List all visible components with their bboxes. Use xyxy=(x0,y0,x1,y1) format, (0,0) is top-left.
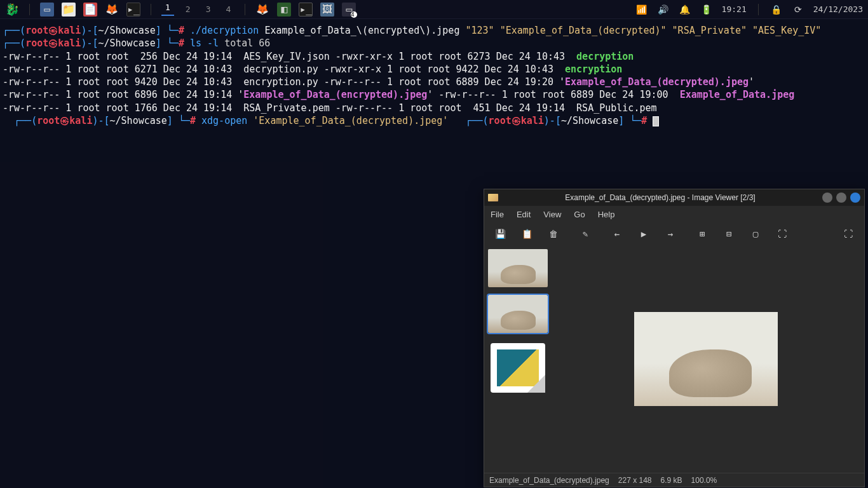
cmd-decryption: └─# ./decryption Example_of_Data_\(encry… xyxy=(167,25,822,36)
blank-line xyxy=(454,115,459,126)
statusbar: Example_of_Data_(decrypted).jpeg 227 x 1… xyxy=(484,473,864,487)
blank-line xyxy=(827,25,832,36)
displayed-image xyxy=(634,312,778,406)
menu-go[interactable]: Go xyxy=(574,210,585,219)
divider xyxy=(758,4,759,15)
menu-file[interactable]: File xyxy=(491,210,504,219)
window-title: Example_of_Data_(decrypted).jpeg - Image… xyxy=(502,193,818,202)
clock-time[interactable]: 19:21 xyxy=(722,4,747,14)
workspace-3[interactable]: 3 xyxy=(202,4,215,14)
running-image-viewer-icon[interactable]: 🖼 xyxy=(320,3,334,17)
status-filename: Example_of_Data_(decrypted).jpeg xyxy=(489,476,609,485)
play-icon[interactable]: ▶ xyxy=(638,229,649,239)
viewer-body xyxy=(484,245,864,473)
ls-row: -rwxr-xr-x 1 root root 6273 Dec 24 10:43… xyxy=(336,51,634,62)
thumbnail-3[interactable] xyxy=(491,343,545,393)
titlebar[interactable]: Example_of_Data_(decrypted).jpeg - Image… xyxy=(484,189,864,206)
prompt: ┌──(root㉿kali)-[~/Showcase] xyxy=(14,115,173,126)
ls-row: -rw-r--r-- 1 root root 451 Dec 24 19:14 … xyxy=(336,102,657,114)
cmd-xdg-open: └─# xdg-open 'Example_of_Data_(decrypted… xyxy=(179,115,448,126)
zoom-100-icon[interactable]: ▢ xyxy=(750,229,761,239)
status-filesize: 6.9 kB xyxy=(661,476,682,485)
zoom-fit-icon[interactable]: ⛶ xyxy=(776,229,788,239)
terminal-icon[interactable]: ▸_ xyxy=(126,3,140,17)
delete-icon[interactable]: 🗑 xyxy=(548,229,559,239)
toolbar: 💾 📋 🗑 ✎ ← ▶ → ⊞ ⊟ ▢ ⛶ ⛶ xyxy=(484,222,864,245)
running-pycharm-icon[interactable]: ◧ xyxy=(277,3,291,17)
cmd-ls: └─# ls -l xyxy=(167,37,219,49)
notifications-icon[interactable]: 🔔 xyxy=(679,3,691,16)
taskbar: 🐉 ▭ 📁 📄 🦊 ▸_ 1 2 3 4 🦊 ◧ ▸_ 🖼 ▭4 📶 🔊 🔔 🔋… xyxy=(0,0,868,19)
menubar: File Edit View Go Help xyxy=(484,206,864,222)
running-app-icon[interactable]: ▭4 xyxy=(342,3,356,17)
prompt: ┌──(root㉿kali)-[~/Showcase] xyxy=(465,115,624,126)
ls-total: total 66 xyxy=(224,37,270,49)
lock-icon[interactable]: 🔒 xyxy=(770,3,783,16)
prompt-cursor: └─# xyxy=(630,115,659,126)
volume-icon[interactable]: 🔊 xyxy=(657,3,670,16)
close-button[interactable] xyxy=(850,193,860,203)
divider xyxy=(151,4,151,15)
ls-row: -rwxr-xr-x 1 root root 9422 Dec 24 10:43… xyxy=(324,64,623,75)
wifi-icon[interactable]: 📶 xyxy=(635,3,648,16)
status-dimensions: 227 x 148 xyxy=(618,476,652,485)
image-canvas[interactable] xyxy=(548,245,864,473)
next-icon[interactable]: → xyxy=(665,229,676,239)
menu-edit[interactable]: Edit xyxy=(517,210,531,219)
app-desktop-icon[interactable]: ▭ xyxy=(40,3,54,17)
power-icon[interactable]: ⟳ xyxy=(792,3,804,16)
file-manager-icon[interactable]: 📁 xyxy=(62,3,76,17)
zoom-in-icon[interactable]: ⊞ xyxy=(696,229,708,239)
fullscreen-icon[interactable]: ⛶ xyxy=(843,229,854,239)
prompt: ┌──(root㉿kali)-[~/Showcase] xyxy=(3,25,161,36)
divider xyxy=(29,4,30,15)
save-icon[interactable]: 💾 xyxy=(494,229,506,239)
ls-row: -rw-r--r-- 1 root root 1766 Dec 24 19:14… xyxy=(3,102,330,114)
zoom-out-icon[interactable]: ⊟ xyxy=(723,229,735,239)
blank-line xyxy=(3,115,8,126)
firefox-icon[interactable]: 🦊 xyxy=(105,3,119,17)
edit-icon[interactable]: ✎ xyxy=(580,229,591,239)
maximize-button[interactable] xyxy=(836,193,846,203)
app-icon xyxy=(488,194,498,201)
text-editor-icon[interactable]: 📄 xyxy=(83,3,97,17)
ls-row: -rw-r--r-- 1 root root 9420 Dec 24 10:43… xyxy=(3,76,318,88)
ls-row: -rw-r--r-- 1 root root 256 Dec 24 19:14 … xyxy=(3,51,330,62)
ls-row: -rw-r--r-- 1 root root 6271 Dec 24 10:43… xyxy=(3,64,318,75)
status-zoom: 100.0% xyxy=(691,476,717,485)
kali-menu-icon[interactable]: 🐉 xyxy=(5,3,19,16)
menu-view[interactable]: View xyxy=(543,210,561,219)
ls-row: -rw-r--r-- 1 root root 6889 Dec 24 19:20… xyxy=(324,76,754,88)
menu-help[interactable]: Help xyxy=(598,210,615,219)
image-viewer-window[interactable]: Example_of_Data_(decrypted).jpeg - Image… xyxy=(484,189,865,487)
ls-row: -rw-r--r-- 1 root root 6896 Dec 24 19:14… xyxy=(3,89,433,100)
thumbnail-1[interactable] xyxy=(488,249,548,287)
cursor xyxy=(653,116,659,126)
thumbnail-pane xyxy=(484,245,548,473)
save-as-icon[interactable]: 📋 xyxy=(521,229,532,239)
minimize-button[interactable] xyxy=(822,193,832,203)
divider xyxy=(245,4,245,15)
running-terminal-icon[interactable]: ▸_ xyxy=(299,3,313,17)
battery-icon[interactable]: 🔋 xyxy=(700,3,713,16)
workspace-2[interactable]: 2 xyxy=(182,4,194,14)
clock-date[interactable]: 24/12/2023 xyxy=(813,4,863,14)
prompt: ┌──(root㉿kali)-[~/Showcase] xyxy=(3,37,161,49)
running-firefox-icon[interactable]: 🦊 xyxy=(255,3,269,17)
thumbnail-2[interactable] xyxy=(488,295,548,333)
workspace-1[interactable]: 1 xyxy=(161,3,174,16)
workspace-4[interactable]: 4 xyxy=(222,4,234,14)
ls-row: -rw-r--r-- 1 root root 6889 Dec 24 19:00… xyxy=(438,89,794,100)
prev-icon[interactable]: ← xyxy=(611,229,623,239)
